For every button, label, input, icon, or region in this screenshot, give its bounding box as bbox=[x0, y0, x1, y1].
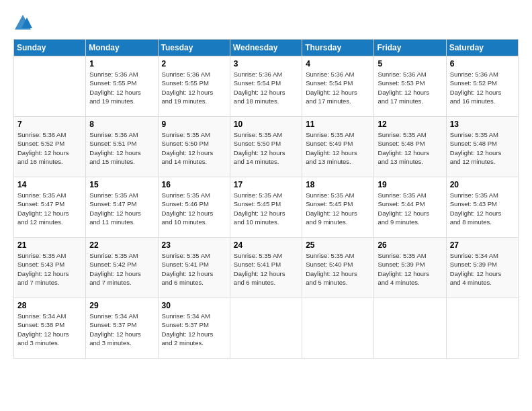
day-cell: 20Sunrise: 5:35 AM Sunset: 5:43 PM Dayli… bbox=[446, 177, 518, 238]
day-info: Sunrise: 5:35 AM Sunset: 5:48 PM Dayligh… bbox=[378, 130, 442, 166]
day-cell: 4Sunrise: 5:36 AM Sunset: 5:54 PM Daylig… bbox=[302, 56, 374, 117]
day-cell: 21Sunrise: 5:35 AM Sunset: 5:43 PM Dayli… bbox=[14, 238, 86, 298]
day-cell: 25Sunrise: 5:35 AM Sunset: 5:40 PM Dayli… bbox=[302, 238, 374, 298]
header-cell-saturday: Saturday bbox=[446, 40, 518, 56]
day-number: 15 bbox=[89, 180, 154, 189]
day-number: 19 bbox=[378, 180, 442, 189]
day-cell: 28Sunrise: 5:34 AM Sunset: 5:38 PM Dayli… bbox=[14, 298, 86, 359]
day-info: Sunrise: 5:36 AM Sunset: 5:55 PM Dayligh… bbox=[89, 70, 154, 105]
day-info: Sunrise: 5:36 AM Sunset: 5:53 PM Dayligh… bbox=[378, 70, 442, 105]
day-info: Sunrise: 5:35 AM Sunset: 5:44 PM Dayligh… bbox=[378, 191, 442, 226]
day-cell: 10Sunrise: 5:35 AM Sunset: 5:50 PM Dayli… bbox=[230, 117, 302, 177]
day-number: 29 bbox=[89, 301, 154, 310]
day-info: Sunrise: 5:35 AM Sunset: 5:43 PM Dayligh… bbox=[450, 191, 515, 226]
day-info: Sunrise: 5:35 AM Sunset: 5:41 PM Dayligh… bbox=[234, 251, 298, 287]
day-cell: 16Sunrise: 5:35 AM Sunset: 5:46 PM Dayli… bbox=[158, 177, 230, 238]
day-info: Sunrise: 5:36 AM Sunset: 5:52 PM Dayligh… bbox=[17, 130, 82, 166]
day-info: Sunrise: 5:35 AM Sunset: 5:49 PM Dayligh… bbox=[306, 130, 370, 166]
day-cell: 22Sunrise: 5:35 AM Sunset: 5:42 PM Dayli… bbox=[86, 238, 158, 298]
day-number: 2 bbox=[162, 59, 226, 68]
day-cell: 26Sunrise: 5:35 AM Sunset: 5:39 PM Dayli… bbox=[374, 238, 446, 298]
day-number: 16 bbox=[162, 180, 226, 189]
day-number: 7 bbox=[17, 120, 82, 129]
day-info: Sunrise: 5:35 AM Sunset: 5:47 PM Dayligh… bbox=[89, 191, 154, 226]
day-number: 13 bbox=[450, 120, 515, 129]
logo bbox=[13, 13, 34, 32]
day-info: Sunrise: 5:35 AM Sunset: 5:47 PM Dayligh… bbox=[17, 191, 82, 226]
day-cell bbox=[302, 298, 374, 359]
week-row-5: 28Sunrise: 5:34 AM Sunset: 5:38 PM Dayli… bbox=[14, 298, 519, 359]
day-info: Sunrise: 5:36 AM Sunset: 5:51 PM Dayligh… bbox=[89, 130, 154, 166]
day-info: Sunrise: 5:34 AM Sunset: 5:37 PM Dayligh… bbox=[162, 312, 226, 347]
day-number: 10 bbox=[234, 120, 298, 129]
header-row: SundayMondayTuesdayWednesdayThursdayFrid… bbox=[14, 40, 519, 56]
day-cell: 29Sunrise: 5:34 AM Sunset: 5:37 PM Dayli… bbox=[86, 298, 158, 359]
header-cell-tuesday: Tuesday bbox=[158, 40, 230, 56]
day-info: Sunrise: 5:35 AM Sunset: 5:39 PM Dayligh… bbox=[378, 251, 442, 287]
day-cell: 17Sunrise: 5:35 AM Sunset: 5:45 PM Dayli… bbox=[230, 177, 302, 238]
day-cell: 23Sunrise: 5:35 AM Sunset: 5:41 PM Dayli… bbox=[158, 238, 230, 298]
day-number: 5 bbox=[378, 59, 442, 68]
day-number: 25 bbox=[306, 240, 370, 250]
day-number: 12 bbox=[378, 120, 442, 129]
day-cell: 9Sunrise: 5:35 AM Sunset: 5:50 PM Daylig… bbox=[158, 117, 230, 177]
day-cell: 27Sunrise: 5:34 AM Sunset: 5:39 PM Dayli… bbox=[446, 238, 518, 298]
header-cell-sunday: Sunday bbox=[14, 40, 86, 56]
calendar-body: 1Sunrise: 5:36 AM Sunset: 5:55 PM Daylig… bbox=[14, 56, 519, 359]
header-cell-wednesday: Wednesday bbox=[230, 40, 302, 56]
header-cell-friday: Friday bbox=[374, 40, 446, 56]
day-number: 9 bbox=[162, 120, 226, 129]
day-info: Sunrise: 5:35 AM Sunset: 5:43 PM Dayligh… bbox=[17, 251, 82, 287]
day-cell: 7Sunrise: 5:36 AM Sunset: 5:52 PM Daylig… bbox=[14, 117, 86, 177]
day-info: Sunrise: 5:35 AM Sunset: 5:40 PM Dayligh… bbox=[306, 251, 370, 287]
day-cell: 12Sunrise: 5:35 AM Sunset: 5:48 PM Dayli… bbox=[374, 117, 446, 177]
day-cell: 5Sunrise: 5:36 AM Sunset: 5:53 PM Daylig… bbox=[374, 56, 446, 117]
day-info: Sunrise: 5:34 AM Sunset: 5:39 PM Dayligh… bbox=[450, 251, 515, 287]
week-row-4: 21Sunrise: 5:35 AM Sunset: 5:43 PM Dayli… bbox=[14, 238, 519, 298]
day-cell: 3Sunrise: 5:36 AM Sunset: 5:54 PM Daylig… bbox=[230, 56, 302, 117]
day-cell bbox=[230, 298, 302, 359]
day-cell: 6Sunrise: 5:36 AM Sunset: 5:52 PM Daylig… bbox=[446, 56, 518, 117]
day-info: Sunrise: 5:35 AM Sunset: 5:48 PM Dayligh… bbox=[450, 130, 515, 166]
week-row-1: 1Sunrise: 5:36 AM Sunset: 5:55 PM Daylig… bbox=[14, 56, 519, 117]
day-number: 24 bbox=[234, 240, 298, 250]
day-cell: 18Sunrise: 5:35 AM Sunset: 5:45 PM Dayli… bbox=[302, 177, 374, 238]
day-number: 14 bbox=[17, 180, 82, 189]
day-info: Sunrise: 5:35 AM Sunset: 5:45 PM Dayligh… bbox=[234, 191, 298, 226]
day-cell: 13Sunrise: 5:35 AM Sunset: 5:48 PM Dayli… bbox=[446, 117, 518, 177]
day-number: 11 bbox=[306, 120, 370, 129]
day-number: 21 bbox=[17, 240, 82, 250]
day-cell: 30Sunrise: 5:34 AM Sunset: 5:37 PM Dayli… bbox=[158, 298, 230, 359]
day-cell: 8Sunrise: 5:36 AM Sunset: 5:51 PM Daylig… bbox=[86, 117, 158, 177]
day-cell bbox=[446, 298, 518, 359]
day-number: 3 bbox=[234, 59, 298, 68]
day-info: Sunrise: 5:36 AM Sunset: 5:54 PM Dayligh… bbox=[306, 70, 370, 105]
day-info: Sunrise: 5:36 AM Sunset: 5:52 PM Dayligh… bbox=[450, 70, 515, 105]
day-number: 27 bbox=[450, 240, 515, 250]
day-cell: 11Sunrise: 5:35 AM Sunset: 5:49 PM Dayli… bbox=[302, 117, 374, 177]
day-number: 26 bbox=[378, 240, 442, 250]
header-cell-monday: Monday bbox=[86, 40, 158, 56]
logo-icon bbox=[13, 13, 32, 32]
day-info: Sunrise: 5:36 AM Sunset: 5:55 PM Dayligh… bbox=[162, 70, 226, 105]
day-cell: 1Sunrise: 5:36 AM Sunset: 5:55 PM Daylig… bbox=[86, 56, 158, 117]
day-info: Sunrise: 5:34 AM Sunset: 5:37 PM Dayligh… bbox=[89, 312, 154, 347]
day-number: 4 bbox=[306, 59, 370, 68]
day-info: Sunrise: 5:35 AM Sunset: 5:45 PM Dayligh… bbox=[306, 191, 370, 226]
page-header bbox=[13, 13, 519, 32]
day-number: 22 bbox=[89, 240, 154, 250]
day-number: 23 bbox=[162, 240, 226, 250]
day-cell: 19Sunrise: 5:35 AM Sunset: 5:44 PM Dayli… bbox=[374, 177, 446, 238]
day-number: 20 bbox=[450, 180, 515, 189]
calendar-table: SundayMondayTuesdayWednesdayThursdayFrid… bbox=[13, 39, 519, 359]
calendar-header: SundayMondayTuesdayWednesdayThursdayFrid… bbox=[14, 40, 519, 56]
day-info: Sunrise: 5:36 AM Sunset: 5:54 PM Dayligh… bbox=[234, 70, 298, 105]
day-info: Sunrise: 5:35 AM Sunset: 5:46 PM Dayligh… bbox=[162, 191, 226, 226]
day-number: 17 bbox=[234, 180, 298, 189]
day-number: 6 bbox=[450, 59, 515, 68]
day-number: 1 bbox=[89, 59, 154, 68]
day-number: 8 bbox=[89, 120, 154, 129]
day-info: Sunrise: 5:35 AM Sunset: 5:50 PM Dayligh… bbox=[234, 130, 298, 166]
day-cell bbox=[14, 56, 86, 117]
day-cell bbox=[374, 298, 446, 359]
